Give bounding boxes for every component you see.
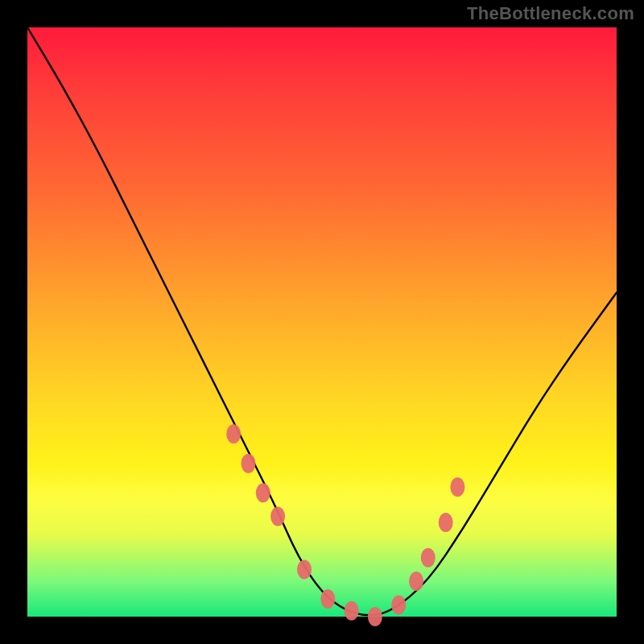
marker-point [391,595,406,614]
marker-point [421,548,436,568]
bottleneck-curve [27,27,617,615]
watermark-text: TheBottleneck.com [467,3,634,24]
marker-point [439,513,453,532]
marker-point [368,607,382,626]
plot-area [27,27,617,617]
chart-svg [27,27,617,617]
marker-point [345,601,359,621]
chart-frame: TheBottleneck.com [0,0,644,644]
marker-point [256,483,270,502]
marker-point [242,454,256,473]
marker-point [270,507,285,526]
marker-point [320,589,335,609]
marker-point [450,477,464,497]
highlight-markers [226,424,464,626]
marker-point [409,572,423,591]
marker-point [297,559,312,579]
marker-point [226,424,241,444]
